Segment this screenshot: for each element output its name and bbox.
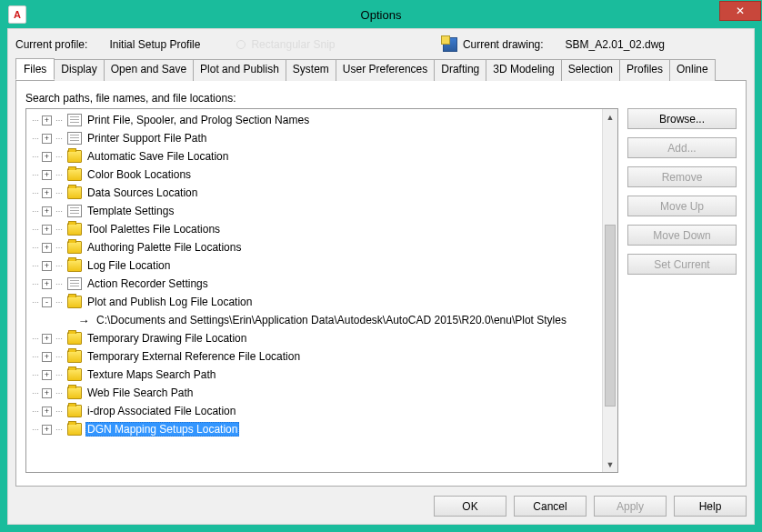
drawing-icon (443, 37, 457, 52)
files-tab-panel: Search paths, file names, and file locat… (15, 80, 747, 487)
document-icon (67, 205, 82, 217)
cancel-button[interactable]: Cancel (514, 496, 587, 517)
tab-files[interactable]: Files (15, 58, 55, 80)
tree-node-label: Temporary External Reference File Locati… (85, 349, 302, 364)
client-area: Current profile: Initial Setup Profile R… (7, 28, 755, 525)
move-up-button[interactable]: Move Up (627, 196, 737, 216)
tree-node-label: Texture Maps Search Path (85, 367, 217, 382)
expand-toggle[interactable]: + (42, 134, 52, 144)
expand-toggle[interactable]: + (42, 425, 52, 435)
tab-user-preferences[interactable]: User Preferences (336, 59, 435, 81)
ok-button[interactable]: OK (434, 496, 506, 517)
tree-node[interactable]: ⋯+⋯Log File Location (26, 256, 602, 275)
side-button-column: Browse...Add...RemoveMove UpMove DownSet… (627, 108, 737, 473)
tree-node[interactable]: ⋯+⋯Temporary Drawing File Location (26, 329, 602, 347)
path-arrow-icon: → (76, 314, 91, 326)
tree-node[interactable]: →C:\Documents and Settings\Erin\Applicat… (26, 311, 602, 329)
expand-toggle[interactable]: + (42, 388, 52, 398)
add-button[interactable]: Add... (627, 137, 737, 158)
titlebar: A Options ✕ (1, 1, 761, 28)
apply-button[interactable]: Apply (594, 496, 667, 517)
folder-icon (67, 223, 82, 236)
expand-toggle[interactable]: + (42, 243, 52, 253)
expand-toggle[interactable]: + (42, 370, 52, 380)
tree-node[interactable]: ⋯+⋯Color Book Locations (26, 166, 602, 184)
tree-node[interactable]: ⋯+⋯Temporary External Reference File Loc… (26, 347, 602, 366)
help-button[interactable]: Help (674, 496, 747, 517)
move-down-button[interactable]: Move Down (627, 225, 737, 246)
tab-3d-modeling[interactable]: 3D Modeling (486, 59, 561, 81)
scroll-down-arrow[interactable]: ▼ (603, 457, 617, 472)
tab-drafting[interactable]: Drafting (434, 59, 486, 81)
expand-toggle[interactable]: + (42, 115, 52, 125)
scrollbar[interactable]: ▲ ▼ (602, 109, 617, 472)
document-icon (67, 277, 82, 290)
drawing-label: Current drawing: (463, 38, 544, 51)
tree-node-label: Action Recorder Settings (85, 276, 210, 291)
options-window: A Options ✕ Current profile: Initial Set… (0, 0, 762, 532)
toggle-spacer (59, 316, 69, 326)
collapse-toggle[interactable]: - (42, 297, 52, 307)
tab-plot-and-publish[interactable]: Plot and Publish (193, 59, 286, 81)
tree-node[interactable]: ⋯+⋯DGN Mapping Setups Location (26, 420, 602, 438)
expand-toggle[interactable]: + (42, 279, 52, 289)
dialog-button-row: OK Cancel Apply Help (15, 496, 747, 517)
expand-toggle[interactable]: + (42, 188, 52, 198)
tree-node-label: Data Sources Location (85, 186, 199, 200)
expand-toggle[interactable]: + (42, 152, 52, 162)
profile-row: Current profile: Initial Setup Profile R… (15, 35, 747, 55)
tree-node-label: Template Settings (85, 204, 175, 218)
tree-node[interactable]: ⋯-⋯Plot and Publish Log File Location (26, 293, 602, 311)
folder-icon (67, 386, 82, 399)
tree-node[interactable]: ⋯+⋯Tool Palettes File Locations (26, 220, 602, 238)
scroll-thumb[interactable] (605, 225, 616, 407)
tree-node[interactable]: ⋯+⋯Web File Search Path (26, 384, 602, 402)
tree-node[interactable]: ⋯+⋯Action Recorder Settings (26, 275, 602, 293)
expand-toggle[interactable]: + (42, 407, 52, 417)
folder-icon (67, 241, 82, 254)
tree-node[interactable]: ⋯+⋯Printer Support File Path (26, 129, 602, 147)
folder-icon (67, 168, 82, 181)
tree-node-label: Authoring Palette File Locations (85, 240, 243, 255)
document-icon (67, 132, 82, 145)
set-current-button[interactable]: Set Current (627, 254, 737, 275)
tab-system[interactable]: System (286, 59, 336, 81)
tree-node[interactable]: ⋯+⋯Automatic Save File Location (26, 147, 602, 166)
tab-strip: FilesDisplayOpen and SavePlot and Publis… (15, 58, 747, 80)
scroll-track[interactable] (603, 125, 617, 457)
expand-toggle[interactable]: + (42, 170, 52, 180)
browse-button[interactable]: Browse... (627, 108, 737, 129)
drawing-name: SBM_A2.01_02.dwg (566, 38, 665, 51)
folder-icon (67, 368, 82, 381)
expand-toggle[interactable]: + (42, 261, 52, 271)
snip-dot-icon (236, 40, 246, 49)
tab-online[interactable]: Online (669, 59, 716, 81)
tree-node[interactable]: ⋯+⋯Texture Maps Search Path (26, 366, 602, 384)
folder-icon (67, 150, 82, 163)
tree-node-label: i-drop Associated File Location (85, 404, 237, 418)
tab-profiles[interactable]: Profiles (619, 59, 670, 81)
remove-button[interactable]: Remove (627, 166, 737, 187)
folder-icon (67, 259, 82, 272)
profile-label: Current profile: (15, 38, 87, 51)
scroll-up-arrow[interactable]: ▲ (603, 109, 617, 125)
snip-watermark: Rectangular Snip (236, 38, 335, 51)
tree-node-label: Tool Palettes File Locations (85, 222, 222, 236)
snip-text: Rectangular Snip (251, 38, 335, 51)
profile-name: Initial Setup Profile (109, 38, 200, 51)
folder-icon (67, 405, 82, 417)
tree-node[interactable]: ⋯+⋯Authoring Palette File Locations (26, 238, 602, 256)
tree-node[interactable]: ⋯+⋯Print File, Spooler, and Prolog Secti… (26, 111, 602, 129)
tab-open-and-save[interactable]: Open and Save (104, 59, 194, 81)
tab-display[interactable]: Display (54, 59, 104, 81)
tab-selection[interactable]: Selection (561, 59, 620, 81)
tree-node-label: DGN Mapping Setups Location (85, 422, 239, 437)
tree-node[interactable]: ⋯+⋯i-drop Associated File Location (26, 402, 602, 420)
tree-node[interactable]: ⋯+⋯Template Settings (26, 202, 602, 220)
expand-toggle[interactable]: + (42, 225, 52, 235)
expand-toggle[interactable]: + (42, 352, 52, 362)
expand-toggle[interactable]: + (42, 334, 52, 344)
expand-toggle[interactable]: + (42, 206, 52, 216)
tree-view[interactable]: ⋯+⋯Print File, Spooler, and Prolog Secti… (26, 109, 602, 472)
tree-node[interactable]: ⋯+⋯Data Sources Location (26, 184, 602, 202)
